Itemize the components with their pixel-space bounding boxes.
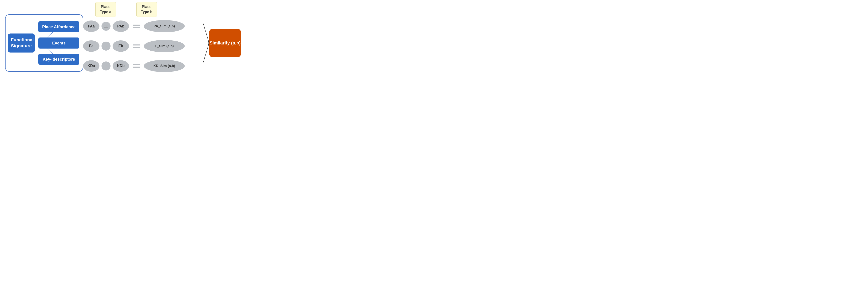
kd-sim-oval: KD_Sim (a,b) bbox=[144, 60, 185, 72]
kd-operator bbox=[101, 62, 111, 70]
e-equals bbox=[133, 44, 140, 48]
rows-area: PAa PAb PA_Sim (a,b) Ea bbox=[83, 16, 222, 76]
place-type-labels: Place Type a Place Type b bbox=[95, 2, 157, 17]
kda-oval: KDa bbox=[83, 60, 99, 72]
similarity-label: Similarity (a,b) bbox=[210, 40, 241, 46]
e-operator bbox=[101, 42, 111, 50]
functional-signature-container: Functional Signature Place Affordance Ev… bbox=[5, 14, 83, 72]
place-type-a-label: Place Type a bbox=[95, 2, 116, 17]
pa-sim-oval: PA_Sim (a,b) bbox=[144, 20, 185, 32]
ea-oval: Ea bbox=[83, 40, 99, 52]
eb-oval: Eb bbox=[113, 40, 129, 52]
place-affordance-button: Place Affordance bbox=[38, 21, 80, 32]
key-descriptors-button: Key- descriptors bbox=[38, 54, 80, 65]
similarity-box: Similarity (a,b) bbox=[209, 29, 241, 57]
paa-oval: PAa bbox=[83, 21, 99, 32]
e-sim-oval: E_Sim (a,b) bbox=[144, 40, 185, 52]
pab-oval: PAb bbox=[113, 21, 129, 32]
ea-row: Ea Eb E_Sim (a,b) bbox=[83, 40, 222, 52]
kdb-oval: KDb bbox=[113, 60, 129, 72]
kd-row: KDa KDb KD_Sim (a,b) bbox=[83, 60, 222, 72]
functional-signature-label: Functional Signature bbox=[8, 33, 35, 53]
main-diagram: Functional Signature Place Affordance Ev… bbox=[5, 2, 241, 84]
pa-operator bbox=[101, 22, 111, 31]
pa-equals bbox=[133, 25, 140, 28]
pa-row: PAa PAb PA_Sim (a,b) bbox=[83, 20, 222, 32]
kd-equals bbox=[133, 64, 140, 68]
place-type-b-label: Place Type b bbox=[136, 2, 157, 17]
events-button: Events bbox=[38, 37, 80, 48]
